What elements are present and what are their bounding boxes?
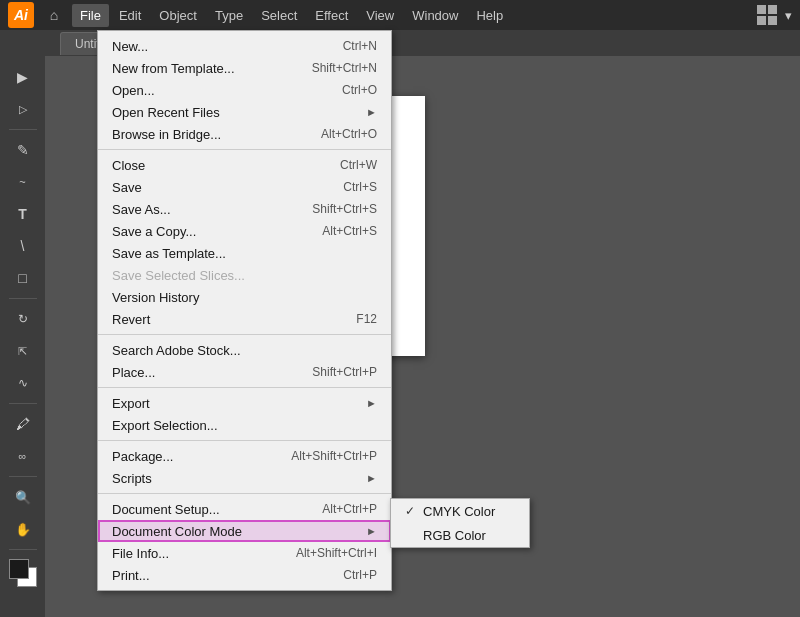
- menu-revert[interactable]: Revert F12: [98, 308, 391, 330]
- menu-scripts[interactable]: Scripts ►: [98, 467, 391, 489]
- menu-save[interactable]: Save Ctrl+S: [98, 176, 391, 198]
- tool-type[interactable]: T: [8, 199, 38, 229]
- tool-separator-3: [9, 403, 37, 404]
- color-mode-submenu: ✓ CMYK Color ✓ RGB Color: [390, 498, 530, 548]
- menu-window[interactable]: Window: [404, 4, 466, 27]
- menu-version-history[interactable]: Version History: [98, 286, 391, 308]
- check-icon: ✓: [405, 504, 415, 518]
- tool-separator-5: [9, 549, 37, 550]
- menu-search-stock[interactable]: Search Adobe Stock...: [98, 339, 391, 361]
- menu-new[interactable]: New... Ctrl+N: [98, 35, 391, 57]
- menu-section-5: Package... Alt+Shift+Ctrl+P Scripts ►: [98, 441, 391, 494]
- submenu-rgb[interactable]: ✓ RGB Color: [391, 523, 529, 547]
- check-placeholder: ✓: [405, 528, 415, 542]
- tool-rect[interactable]: □: [8, 263, 38, 293]
- tool-scale[interactable]: ⇱: [8, 336, 38, 366]
- menu-view[interactable]: View: [358, 4, 402, 27]
- menu-help[interactable]: Help: [468, 4, 511, 27]
- menu-open-recent[interactable]: Open Recent Files ►: [98, 101, 391, 123]
- menu-document-color-mode[interactable]: Document Color Mode ►: [98, 520, 391, 542]
- menu-save-slices: Save Selected Slices...: [98, 264, 391, 286]
- stroke-color[interactable]: [9, 559, 29, 579]
- tool-hand[interactable]: ✋: [8, 514, 38, 544]
- tool-pen[interactable]: ✎: [8, 135, 38, 165]
- tool-direct-select[interactable]: ▷: [8, 94, 38, 124]
- menu-type[interactable]: Type: [207, 4, 251, 27]
- menu-section-6: Document Setup... Alt+Ctrl+P Document Co…: [98, 494, 391, 590]
- file-dropdown-menu: New... Ctrl+N New from Template... Shift…: [97, 30, 392, 591]
- tool-zoom[interactable]: 🔍: [8, 482, 38, 512]
- menu-object[interactable]: Object: [151, 4, 205, 27]
- menu-package[interactable]: Package... Alt+Shift+Ctrl+P: [98, 445, 391, 467]
- menu-close[interactable]: Close Ctrl+W: [98, 154, 391, 176]
- menu-print[interactable]: Print... Ctrl+P: [98, 564, 391, 586]
- ai-logo: Ai: [8, 2, 34, 28]
- tool-select[interactable]: ▶: [8, 62, 38, 92]
- workspace-icon: [757, 5, 777, 25]
- tool-blend[interactable]: ∞: [8, 441, 38, 471]
- menu-file-info[interactable]: File Info... Alt+Shift+Ctrl+I: [98, 542, 391, 564]
- tool-line[interactable]: \: [8, 231, 38, 261]
- menu-section-2: Close Ctrl+W Save Ctrl+S Save As... Shif…: [98, 150, 391, 335]
- menu-section-1: New... Ctrl+N New from Template... Shift…: [98, 31, 391, 150]
- tool-rotate[interactable]: ↻: [8, 304, 38, 334]
- menu-effect[interactable]: Effect: [307, 4, 356, 27]
- menu-new-from-template[interactable]: New from Template... Shift+Ctrl+N: [98, 57, 391, 79]
- tool-separator-1: [9, 129, 37, 130]
- tool-eyedropper[interactable]: 🖍: [8, 409, 38, 439]
- menu-save-copy[interactable]: Save a Copy... Alt+Ctrl+S: [98, 220, 391, 242]
- menu-browse-bridge[interactable]: Browse in Bridge... Alt+Ctrl+O: [98, 123, 391, 145]
- workspace-arrow: ▾: [785, 8, 792, 23]
- home-button[interactable]: ⌂: [42, 3, 66, 27]
- tool-curvature[interactable]: ~: [8, 167, 38, 197]
- menu-file[interactable]: File: [72, 4, 109, 27]
- menu-export-selection[interactable]: Export Selection...: [98, 414, 391, 436]
- menu-save-template[interactable]: Save as Template...: [98, 242, 391, 264]
- menu-save-as[interactable]: Save As... Shift+Ctrl+S: [98, 198, 391, 220]
- menu-export[interactable]: Export ►: [98, 392, 391, 414]
- menu-select[interactable]: Select: [253, 4, 305, 27]
- tool-separator-2: [9, 298, 37, 299]
- menu-document-setup[interactable]: Document Setup... Alt+Ctrl+P: [98, 498, 391, 520]
- menu-edit[interactable]: Edit: [111, 4, 149, 27]
- color-swatches[interactable]: [9, 559, 37, 587]
- menubar: Ai ⌂ File Edit Object Type Select Effect…: [0, 0, 800, 30]
- submenu-cmyk[interactable]: ✓ CMYK Color: [391, 499, 529, 523]
- menu-open[interactable]: Open... Ctrl+O: [98, 79, 391, 101]
- tool-warp[interactable]: ∿: [8, 368, 38, 398]
- menu-place[interactable]: Place... Shift+Ctrl+P: [98, 361, 391, 383]
- toolbar: ▶ ▷ ✎ ~ T \ □ ↻ ⇱ ∿ 🖍 ∞ 🔍 ✋: [0, 56, 45, 617]
- menu-section-3: Search Adobe Stock... Place... Shift+Ctr…: [98, 335, 391, 388]
- menu-right: ▾: [757, 5, 792, 25]
- tool-separator-4: [9, 476, 37, 477]
- menu-section-4: Export ► Export Selection...: [98, 388, 391, 441]
